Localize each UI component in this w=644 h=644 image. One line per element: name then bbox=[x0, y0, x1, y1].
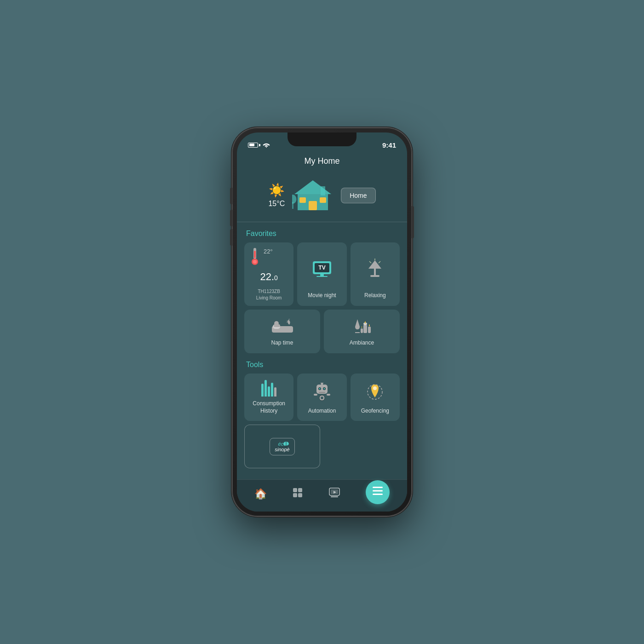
sleep-icon: z z bbox=[271, 316, 294, 336]
svg-rect-56 bbox=[331, 496, 338, 497]
geofencing-tile[interactable]: Geofencing bbox=[351, 374, 400, 421]
tools-section-title: Tools bbox=[237, 353, 407, 374]
ambiance-tile[interactable]: Ambiance bbox=[324, 310, 400, 353]
bar-2 bbox=[264, 380, 267, 397]
robot-icon bbox=[313, 380, 331, 404]
svg-point-12 bbox=[253, 260, 257, 264]
tools-grid-row1: Consumption History bbox=[237, 374, 407, 421]
battery-icon bbox=[248, 143, 260, 148]
nav-menu-fab[interactable] bbox=[366, 480, 390, 504]
nap-time-tile[interactable]: z z Nap time bbox=[244, 310, 320, 353]
nav-grid[interactable] bbox=[293, 488, 303, 500]
svg-point-38 bbox=[323, 388, 325, 389]
favorites-section-title: Favorites bbox=[237, 222, 407, 242]
ambiance-label: Ambiance bbox=[350, 339, 374, 347]
media-nav-icon bbox=[329, 488, 340, 500]
svg-rect-49 bbox=[293, 488, 297, 492]
robot-svg bbox=[313, 383, 331, 401]
movie-night-label: Movie night bbox=[308, 292, 336, 299]
favorites-grid-row2: z z Nap time bbox=[237, 306, 407, 353]
geofencing-label: Geofencing bbox=[361, 408, 389, 415]
app-content[interactable]: My Home ☀️ 15°C bbox=[237, 153, 407, 512]
nav-media[interactable] bbox=[329, 488, 340, 500]
ambiance-svg bbox=[351, 317, 374, 335]
tools-grid-row2: éco sinopè bbox=[237, 421, 407, 472]
svg-rect-17 bbox=[316, 276, 328, 277]
thermo-small-temp: 22° bbox=[264, 248, 273, 255]
grid-nav-icon bbox=[293, 488, 303, 500]
relaxing-tile[interactable]: Relaxing bbox=[351, 242, 400, 306]
notch bbox=[288, 132, 356, 146]
svg-rect-10 bbox=[254, 251, 256, 258]
house-illustration bbox=[292, 178, 334, 213]
svg-rect-44 bbox=[314, 394, 317, 396]
svg-text:TV: TV bbox=[318, 264, 325, 271]
home-nav-icon: 🏠 bbox=[254, 488, 267, 500]
home-badge-button[interactable]: Home bbox=[341, 188, 375, 203]
movie-night-tile[interactable]: TV Movie night bbox=[297, 242, 346, 306]
menu-icon bbox=[373, 487, 383, 497]
svg-rect-52 bbox=[298, 493, 302, 497]
battery-fill bbox=[249, 144, 255, 146]
lamp-icon bbox=[367, 249, 383, 288]
eco-tile[interactable]: éco sinopè bbox=[244, 425, 320, 468]
svg-rect-45 bbox=[327, 394, 330, 396]
svg-rect-27 bbox=[274, 324, 280, 327]
svg-point-0 bbox=[266, 147, 267, 148]
svg-rect-58 bbox=[373, 490, 383, 492]
weather-info: ☀️ 15°C bbox=[268, 183, 285, 208]
svg-rect-3 bbox=[321, 186, 325, 196]
status-left bbox=[248, 142, 270, 148]
thermo-big-temp: 22.0 bbox=[250, 271, 288, 283]
svg-point-8 bbox=[292, 195, 297, 204]
svg-rect-30 bbox=[363, 325, 367, 333]
bar-4 bbox=[271, 383, 273, 397]
svg-rect-16 bbox=[320, 274, 324, 276]
svg-rect-6 bbox=[320, 197, 326, 203]
svg-rect-19 bbox=[374, 269, 376, 275]
bar-3 bbox=[268, 386, 270, 397]
svg-rect-32 bbox=[368, 327, 371, 333]
bar-5 bbox=[274, 387, 276, 397]
lamp-svg bbox=[367, 259, 383, 279]
leaf-icon bbox=[283, 441, 289, 448]
consumption-icon bbox=[261, 380, 276, 397]
battery-tip bbox=[259, 144, 260, 146]
svg-point-41 bbox=[321, 383, 323, 384]
svg-rect-20 bbox=[370, 275, 380, 277]
pin-svg bbox=[366, 382, 384, 402]
svg-rect-57 bbox=[373, 487, 383, 488]
thermometer-icon bbox=[250, 247, 260, 265]
wifi-icon bbox=[263, 142, 270, 148]
nav-home[interactable]: 🏠 bbox=[254, 488, 267, 500]
phone-frame: 9:41 My Home ☀️ 15°C bbox=[232, 128, 412, 516]
thermo-top: 22° bbox=[250, 247, 288, 265]
svg-marker-18 bbox=[368, 260, 381, 269]
svg-text:z: z bbox=[288, 318, 290, 321]
app-title: My Home bbox=[237, 153, 407, 173]
tv-svg: TV bbox=[312, 260, 332, 277]
svg-line-21 bbox=[369, 261, 371, 263]
geofencing-icon bbox=[366, 380, 384, 404]
thermostat-tile[interactable]: 22° 22.0 TH1123ZB Living Room bbox=[244, 242, 293, 306]
consumption-label: Consumption History bbox=[249, 400, 289, 414]
eco-logo: éco sinopè bbox=[270, 431, 294, 461]
nap-time-label: Nap time bbox=[271, 339, 293, 347]
svg-point-47 bbox=[373, 386, 377, 390]
svg-marker-1 bbox=[294, 180, 331, 194]
consumption-tile[interactable]: Consumption History bbox=[244, 374, 293, 421]
sleep-svg: z z bbox=[271, 318, 294, 334]
bar-1 bbox=[261, 384, 264, 397]
sun-icon: ☀️ bbox=[269, 183, 285, 198]
status-time: 9:41 bbox=[382, 141, 396, 149]
automation-tile[interactable]: Automation bbox=[297, 374, 346, 421]
weather-section: ☀️ 15°C bbox=[237, 173, 407, 222]
svg-rect-50 bbox=[298, 488, 302, 492]
tv-icon: TV bbox=[312, 249, 332, 288]
svg-point-43 bbox=[321, 397, 323, 399]
grid-icon-svg bbox=[293, 488, 303, 498]
automation-label: Automation bbox=[308, 408, 336, 415]
bottom-nav: 🏠 bbox=[237, 479, 407, 512]
svg-rect-59 bbox=[373, 494, 383, 495]
svg-point-37 bbox=[319, 388, 320, 389]
